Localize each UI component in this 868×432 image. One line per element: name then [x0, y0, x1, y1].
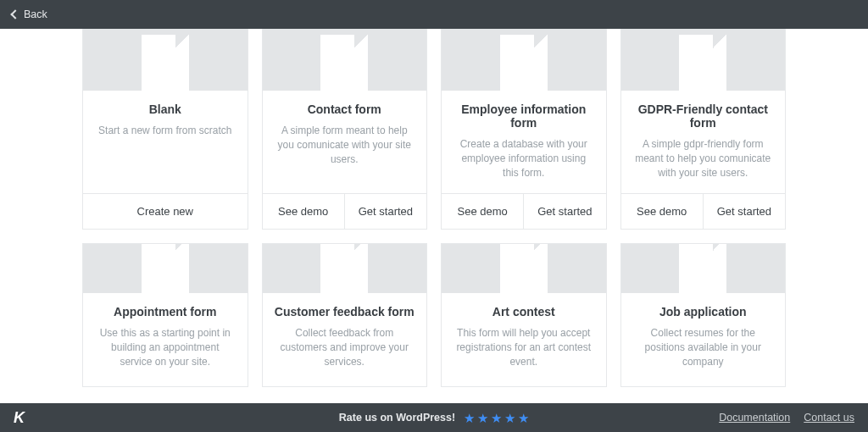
template-title: Customer feedback form: [275, 305, 415, 318]
template-row-2: Appointment form Use this as a starting …: [82, 243, 786, 387]
document-icon: [320, 35, 368, 91]
template-title: Art contest: [453, 305, 594, 318]
template-card-art-contest: Art contest This form will help you acce…: [441, 243, 607, 387]
template-title: Appointment form: [95, 305, 236, 318]
template-description: Start a new form from scratch: [95, 124, 236, 138]
back-label: Back: [24, 8, 47, 20]
document-icon: [320, 244, 368, 293]
star-icon: ★: [491, 412, 502, 424]
brand-logo: K: [14, 409, 24, 427]
template-preview: [442, 244, 606, 293]
template-description: Use this as a starting point in building…: [95, 326, 236, 368]
template-card-employee-information-form: Employee information form Create a datab…: [441, 29, 607, 230]
template-card-appointment-form: Appointment form Use this as a starting …: [82, 243, 248, 387]
template-preview: [83, 244, 248, 293]
see-demo-button[interactable]: See demo: [442, 194, 523, 229]
template-description: This form will help you accept registrat…: [453, 326, 594, 368]
see-demo-button[interactable]: See demo: [263, 194, 344, 229]
template-preview: [442, 29, 606, 91]
template-title: Employee information form: [453, 102, 594, 130]
template-card-job-application: Job application Collect resumes for the …: [620, 243, 787, 387]
see-demo-button[interactable]: See demo: [621, 194, 703, 229]
template-preview: [263, 244, 427, 293]
template-card-blank: Blank Start a new form from scratch Crea…: [82, 29, 248, 230]
star-icon: ★: [518, 412, 529, 424]
template-card-customer-feedback-form: Customer feedback form Collect feedback …: [262, 243, 428, 387]
template-preview: [263, 29, 427, 91]
template-preview: [83, 29, 248, 91]
chevron-left-icon: [10, 9, 19, 19]
template-description: Collect resumes for the positions availa…: [633, 326, 774, 368]
template-preview: [621, 244, 786, 293]
template-description: Create a database with your employee inf…: [453, 137, 594, 180]
template-row-1: Blank Start a new form from scratch Crea…: [82, 29, 786, 230]
document-icon: [679, 35, 726, 91]
template-description: A simple form meant to help you comunica…: [275, 124, 415, 166]
rate-us-group: Rate us on WordPress! ★ ★ ★ ★ ★: [339, 412, 529, 424]
rating-stars[interactable]: ★ ★ ★ ★ ★: [464, 412, 529, 424]
document-icon: [679, 244, 726, 293]
create-new-button[interactable]: Create new: [83, 194, 248, 229]
template-gallery: Blank Start a new form from scratch Crea…: [0, 29, 868, 403]
star-icon: ★: [464, 412, 475, 424]
get-started-button[interactable]: Get started: [523, 194, 605, 229]
document-icon: [500, 244, 548, 293]
template-preview: [621, 29, 786, 91]
contact-us-link[interactable]: Contact us: [804, 412, 854, 424]
template-description: Collect feedback from customers and impr…: [275, 326, 415, 368]
template-card-gdpr-friendly-contact-form: GDPR-Friendly contact form A simple gdpr…: [620, 29, 787, 230]
template-title: Job application: [633, 305, 774, 318]
topbar: Back: [0, 0, 868, 29]
template-title: GDPR-Friendly contact form: [633, 102, 774, 130]
template-card-contact-form: Contact form A simple form meant to help…: [262, 29, 428, 230]
back-button[interactable]: Back: [12, 8, 47, 20]
get-started-button[interactable]: Get started: [344, 194, 426, 229]
template-title: Blank: [95, 102, 236, 116]
document-icon: [142, 244, 189, 293]
get-started-button[interactable]: Get started: [703, 194, 785, 229]
document-icon: [142, 35, 189, 91]
template-title: Contact form: [275, 102, 415, 116]
rate-us-label: Rate us on WordPress!: [339, 412, 455, 424]
template-description: A simple gdpr-friendly form meant to hel…: [633, 137, 774, 180]
star-icon: ★: [477, 412, 488, 424]
bottombar: K Rate us on WordPress! ★ ★ ★ ★ ★ Docume…: [0, 403, 868, 432]
documentation-link[interactable]: Documentation: [719, 412, 790, 424]
document-icon: [500, 35, 548, 91]
star-icon: ★: [504, 412, 515, 424]
